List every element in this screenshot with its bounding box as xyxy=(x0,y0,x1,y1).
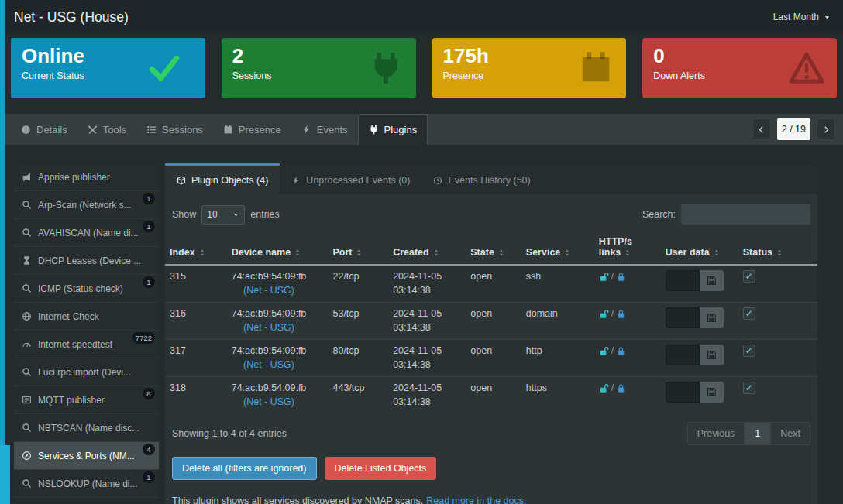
device-link[interactable]: (Net - USG) xyxy=(243,396,294,407)
sidebar-item-internet-speedtest[interactable]: Internet speedtest 7722 xyxy=(14,331,159,358)
chevron-down-icon xyxy=(824,14,831,21)
table-footer: Showing 1 to 4 of 4 entries Previous 1 N… xyxy=(165,413,817,454)
tab-plugins[interactable]: Plugins xyxy=(358,114,428,145)
left-accent-bar xyxy=(0,0,5,504)
cell-user-data xyxy=(661,303,738,340)
save-button[interactable] xyxy=(700,307,724,328)
pagination-page-1[interactable]: 1 xyxy=(745,422,770,445)
plugin-description-text: This plugin shows all services discovere… xyxy=(172,495,423,504)
search-icon xyxy=(22,228,32,238)
column-header-port[interactable]: Port xyxy=(328,231,388,265)
user-data-input[interactable] xyxy=(666,307,700,328)
pagination-next[interactable]: Next xyxy=(770,422,810,445)
status-checkbox[interactable] xyxy=(743,345,755,357)
delete-listed-button[interactable]: Delete Listed Objects xyxy=(325,457,437,480)
docs-link[interactable]: Read more in the docs. xyxy=(426,495,526,504)
column-header-device-name[interactable]: Device name xyxy=(227,231,329,265)
search-icon xyxy=(22,478,32,489)
period-selector[interactable]: Last Month xyxy=(773,12,831,22)
prev-device-button[interactable] xyxy=(752,118,771,140)
device-link[interactable]: (Net - USG) xyxy=(243,359,294,370)
check-icon xyxy=(146,50,182,86)
column-header-https-links[interactable]: HTTP/s links xyxy=(594,231,661,265)
user-data-input[interactable] xyxy=(666,345,700,365)
lock-icon[interactable] xyxy=(616,309,626,319)
save-button[interactable] xyxy=(700,270,724,291)
user-data-input[interactable] xyxy=(666,382,700,403)
subtab-unprocessed-events[interactable]: Unprocessed Events (0) xyxy=(280,163,422,194)
cell-service: domain xyxy=(521,303,594,340)
sidebar-item-dhcp-leases[interactable]: DHCP Leases (Device ... xyxy=(14,247,159,275)
search-input[interactable] xyxy=(681,204,810,225)
tab-label: Details xyxy=(36,124,67,135)
tab-tools[interactable]: Tools xyxy=(77,114,136,145)
status-checkbox[interactable] xyxy=(743,270,755,283)
status-checkbox[interactable] xyxy=(743,307,755,320)
pagination-previous[interactable]: Previous xyxy=(687,422,745,445)
cell-created: 2024-11-05 03:14:38 xyxy=(388,340,466,377)
status-cards: Online Current Status 2 Sessions 175h Pr… xyxy=(5,34,843,98)
unlock-icon[interactable] xyxy=(599,309,609,319)
sidebar-item-services-ports[interactable]: Services & Ports (NM... 4 xyxy=(14,442,159,470)
lock-icon[interactable] xyxy=(616,346,626,356)
column-header-state[interactable]: State xyxy=(466,231,521,265)
subtab-events-history[interactable]: Events History (50) xyxy=(422,163,542,194)
table-row: 317 74:ac:b9:54:09:fb (Net - USG) 80/tcp… xyxy=(165,340,817,377)
save-button[interactable] xyxy=(700,345,724,365)
lock-icon[interactable] xyxy=(616,272,626,282)
save-button[interactable] xyxy=(700,382,724,403)
cell-created: 2024-11-05 03:14:38 xyxy=(388,265,466,303)
page-size-select[interactable]: 10 xyxy=(201,205,245,225)
sidebar-item-label: Services & Ports (NM... xyxy=(38,451,135,461)
cell-device-name: 74:ac:b9:54:09:fb (Net - USG) xyxy=(227,377,329,414)
device-pager: 2 / 19 xyxy=(752,114,843,145)
table-row: 316 74:ac:b9:54:09:fb (Net - USG) 53/tcp… xyxy=(165,303,817,340)
column-header-user-data[interactable]: User data xyxy=(661,231,738,265)
warning-icon xyxy=(789,50,824,86)
delete-all-button[interactable]: Delete all (filters are ignored) xyxy=(172,457,317,480)
subtab-plugin-objects[interactable]: Plugin Objects (4) xyxy=(165,163,280,194)
save-icon xyxy=(707,387,717,397)
sidebar-item-internet-check[interactable]: Internet-Check xyxy=(14,303,159,331)
sidebar-item-nbtscan[interactable]: NBTSCAN (Name disc... xyxy=(14,414,159,442)
sidebar-item-luci-rpc-import[interactable]: Luci rpc import (Devi... xyxy=(14,358,159,386)
cell-state: open xyxy=(466,377,521,414)
sidebar-item-apprise-publisher[interactable]: Apprise publisher xyxy=(14,163,159,191)
status-card-down-alerts: 0 Down Alerts xyxy=(642,38,837,98)
plugin-panel: Plugin Objects (4) Unprocessed Events (0… xyxy=(165,163,817,504)
count-badge: 1 xyxy=(143,471,155,483)
tab-presence[interactable]: Presence xyxy=(213,114,291,145)
cell-user-data xyxy=(661,340,738,377)
cell-user-data xyxy=(661,377,738,414)
column-header-status[interactable]: Status xyxy=(738,231,817,265)
unlock-icon[interactable] xyxy=(599,383,609,393)
content-area: Apprise publisher Arp-Scan (Network s...… xyxy=(5,145,843,504)
column-header-service[interactable]: Service xyxy=(521,231,594,265)
tab-label: Tools xyxy=(103,124,126,135)
column-header-index[interactable]: Index xyxy=(165,231,227,265)
cell-device-name: 74:ac:b9:54:09:fb (Net - USG) xyxy=(227,265,329,303)
save-icon xyxy=(707,276,717,286)
unlock-icon[interactable] xyxy=(599,346,609,356)
sidebar-item-icmp[interactable]: ICMP (Status check) 1 xyxy=(14,275,159,303)
sidebar-item-arp-scan[interactable]: Arp-Scan (Network s... 1 xyxy=(14,191,159,219)
next-device-button[interactable] xyxy=(817,118,835,140)
tab-details[interactable]: Details xyxy=(11,114,77,145)
subtab-label: Events History (50) xyxy=(448,175,530,186)
status-card-online: Online Current Status xyxy=(11,38,205,98)
sort-icon xyxy=(432,249,440,257)
column-header-created[interactable]: Created xyxy=(388,231,466,265)
tab-label: Presence xyxy=(239,124,281,135)
user-data-input[interactable] xyxy=(666,270,700,291)
sidebar-item-nslookup[interactable]: NSLOOKUP (Name di... 1 xyxy=(14,470,159,498)
sidebar-item-avahiscan[interactable]: AVAHISCAN (Name di... 1 xyxy=(14,219,159,247)
unlock-icon[interactable] xyxy=(599,272,609,282)
device-link[interactable]: (Net - USG) xyxy=(243,322,294,333)
device-mac: 74:ac:b9:54:09:fb xyxy=(232,382,307,393)
device-link[interactable]: (Net - USG) xyxy=(243,285,294,296)
status-checkbox[interactable] xyxy=(743,382,755,394)
tab-sessions[interactable]: Sessions xyxy=(136,114,213,145)
tab-events[interactable]: Events xyxy=(291,114,358,145)
sidebar-item-mqtt-publisher[interactable]: MQTT publisher 8 xyxy=(14,386,159,414)
lock-icon[interactable] xyxy=(616,383,626,393)
